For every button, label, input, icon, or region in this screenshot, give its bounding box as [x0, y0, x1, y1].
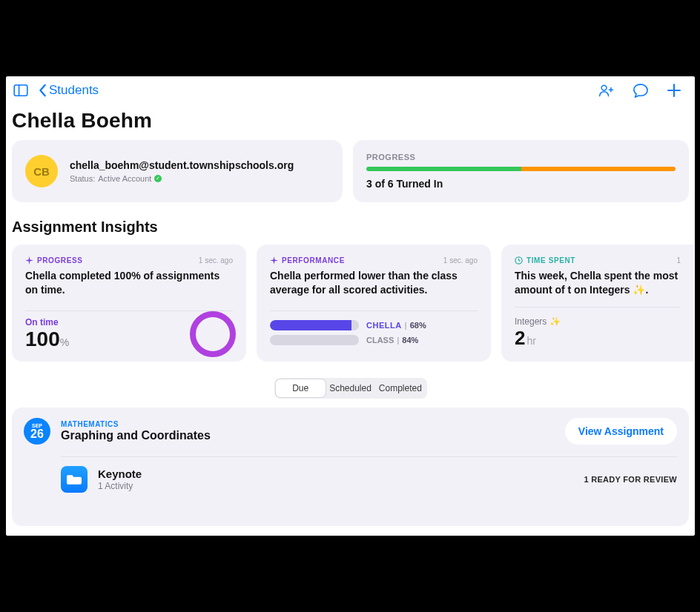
insight-timestamp: 1 — [676, 256, 681, 265]
sparkle-icon — [270, 256, 278, 265]
add-icon[interactable] — [667, 83, 681, 98]
assignment-card: SEP 26 MATHEMATICS Graphing and Coordina… — [12, 408, 689, 526]
insight-timespent-card[interactable]: TIME SPENT 1 This week, Chella spent the… — [501, 245, 694, 362]
svg-rect-0 — [14, 85, 27, 96]
sparkle-icon — [25, 256, 33, 265]
activity-status: 1 READY FOR REVIEW — [584, 475, 677, 484]
on-time-value: 100 — [25, 327, 60, 350]
progress-bar-orange — [521, 167, 676, 171]
insight-body: This week, Chella spent the most amount … — [515, 269, 681, 297]
avatar: CB — [25, 155, 58, 187]
account-status: Status: Active Account — [70, 174, 294, 183]
time-spent-label: Integers ✨ — [515, 316, 681, 327]
progress-bar-green — [366, 167, 521, 171]
view-assignment-button[interactable]: View Assignment — [565, 418, 677, 445]
due-date-chip: SEP 26 — [24, 418, 50, 445]
progress-bar — [366, 167, 676, 171]
insights-heading: Assignment Insights — [12, 219, 695, 236]
insight-body: Chella completed 100% of assignments on … — [25, 269, 233, 297]
insight-tag: PROGRESS — [37, 256, 82, 265]
activity-title: Keynote — [98, 468, 142, 480]
activity-row[interactable]: Keynote 1 Activity 1 READY FOR REVIEW — [61, 466, 677, 493]
add-person-icon[interactable] — [598, 84, 615, 97]
assignment-title: Graphing and Coordinates — [61, 429, 211, 442]
page-title: Chella Boehm — [12, 109, 695, 133]
insight-tag: PERFORMANCE — [282, 256, 345, 265]
insight-timestamp: 1 sec. ago — [199, 256, 233, 265]
progress-card: PROGRESS 3 of 6 Turned In — [353, 140, 689, 202]
activity-subtitle: 1 Activity — [98, 481, 142, 491]
chella-bar: CHELLA|68% — [270, 320, 478, 330]
class-bar: CLASS|84% — [270, 335, 478, 345]
status-check-icon — [154, 175, 162, 182]
sidebar-toggle-icon[interactable] — [13, 84, 28, 96]
tab-completed[interactable]: Completed — [375, 379, 425, 397]
insight-progress-card[interactable]: PROGRESS 1 sec. ago Chella completed 100… — [12, 245, 246, 362]
insights-row: PROGRESS 1 sec. ago Chella completed 100… — [6, 245, 695, 362]
tab-due[interactable]: Due — [276, 379, 326, 397]
folder-icon — [61, 466, 88, 493]
student-email: chella_boehm@student.townshipschools.org — [70, 159, 294, 171]
back-label: Students — [49, 83, 99, 98]
assignment-filter-segmented[interactable]: Due Scheduled Completed — [274, 378, 427, 399]
assignment-subject: MATHEMATICS — [61, 420, 211, 428]
progress-ring-icon — [190, 311, 236, 357]
app-window: Students — [6, 76, 695, 536]
svg-point-2 — [601, 85, 607, 90]
tab-scheduled[interactable]: Scheduled — [326, 379, 375, 397]
chat-icon[interactable] — [633, 83, 649, 98]
profile-card: CB chella_boehm@student.townshipschools.… — [12, 140, 343, 202]
progress-label: PROGRESS — [366, 153, 676, 162]
top-nav: Students — [6, 78, 695, 103]
insight-body: Chella performed lower than the class av… — [270, 269, 478, 297]
time-spent-value: 2 — [515, 327, 525, 349]
on-time-label: On time — [25, 317, 69, 327]
back-button[interactable]: Students — [39, 83, 99, 98]
progress-text: 3 of 6 Turned In — [366, 178, 676, 190]
clock-icon — [515, 256, 523, 265]
insight-timestamp: 1 sec. ago — [443, 256, 478, 265]
insight-tag: TIME SPENT — [526, 256, 575, 265]
insight-performance-card[interactable]: PERFORMANCE 1 sec. ago Chella performed … — [257, 245, 491, 362]
